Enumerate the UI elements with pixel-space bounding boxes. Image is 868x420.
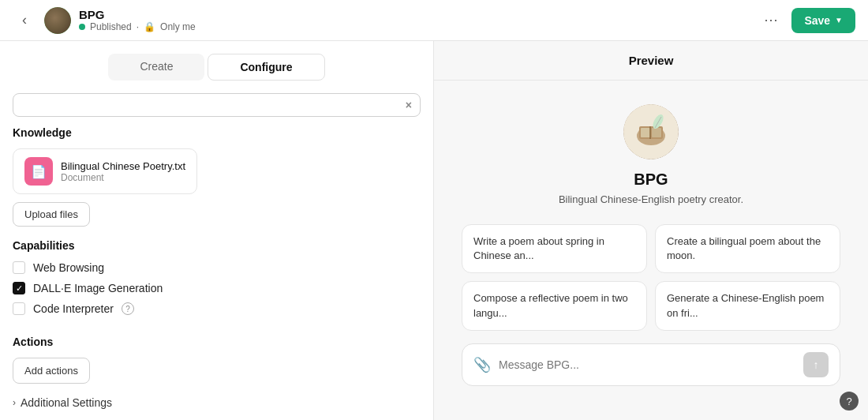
additional-settings[interactable]: › Additional Settings — [0, 396, 433, 420]
bot-desc: Bilingual Chinese-English poetry creator… — [559, 193, 743, 205]
actions-section: Actions Add actions — [0, 336, 433, 396]
save-chevron: ▼ — [835, 16, 843, 24]
save-label: Save — [804, 14, 830, 27]
bot-name: BPG — [634, 171, 668, 189]
file-icon: 📄 — [24, 157, 53, 186]
capability-dalle: DALL·E Image Generation — [13, 282, 421, 294]
avatar — [44, 7, 71, 34]
back-button[interactable]: ‹ — [13, 9, 36, 32]
chat-input[interactable] — [499, 358, 795, 371]
code-interpreter-checkbox[interactable] — [13, 302, 25, 315]
dalle-checkbox[interactable] — [13, 282, 25, 294]
search-input[interactable] — [21, 99, 406, 111]
capabilities-section: Capabilities Web Browsing DALL·E Image G… — [0, 239, 433, 336]
top-nav: ‹ BPG Published · 🔒 Only me ··· Save ▼ — [0, 0, 868, 41]
nav-right: ··· Save ▼ — [758, 8, 855, 33]
chevron-right-icon: › — [13, 397, 16, 408]
attach-icon[interactable]: 📎 — [473, 356, 491, 373]
preview-content: BPG Bilingual Chinese-English poetry cre… — [434, 81, 868, 420]
search-clear-button[interactable]: × — [406, 99, 412, 111]
main-content: Create Configure × Knowledge 📄 Bilingual… — [0, 41, 868, 420]
bot-avatar-image — [623, 104, 679, 159]
svg-rect-3 — [641, 128, 650, 137]
suggestion-card-0[interactable]: Write a poem about spring in Chinese an.… — [462, 224, 647, 273]
preview-header: Preview — [434, 41, 868, 81]
knowledge-file-item[interactable]: 📄 Bilingual Chinese Poetry.txt Document — [13, 148, 197, 194]
tab-create[interactable]: Create — [108, 54, 204, 81]
status-published: Published — [90, 21, 132, 32]
search-bar: × — [13, 93, 421, 117]
status-separator: · — [137, 21, 139, 32]
chat-input-area: 📎 ↑ — [462, 343, 840, 386]
knowledge-title: Knowledge — [13, 126, 421, 139]
save-button[interactable]: Save ▼ — [791, 8, 855, 33]
add-actions-button[interactable]: Add actions — [13, 358, 90, 384]
code-interpreter-help-icon[interactable]: ? — [122, 302, 134, 315]
nav-info: BPG Published · 🔒 Only me — [79, 8, 196, 32]
nav-status: Published · 🔒 Only me — [79, 21, 196, 32]
dalle-label: DALL·E Image Generation — [33, 282, 163, 294]
status-privacy: Only me — [160, 21, 196, 32]
file-type: Document — [61, 172, 185, 183]
file-name: Bilingual Chinese Poetry.txt — [61, 160, 185, 172]
svg-rect-4 — [652, 128, 661, 137]
suggestion-card-3[interactable]: Generate a Chinese-English poem on fri..… — [655, 281, 840, 330]
bot-avatar — [623, 104, 679, 159]
code-interpreter-label: Code Interpreter — [33, 302, 114, 315]
actions-title: Actions — [13, 336, 421, 348]
app-name: BPG — [79, 8, 196, 21]
file-info: Bilingual Chinese Poetry.txt Document — [61, 160, 185, 183]
left-panel: Create Configure × Knowledge 📄 Bilingual… — [0, 41, 434, 420]
tab-configure[interactable]: Configure — [208, 54, 324, 81]
right-panel: Preview — [434, 41, 868, 420]
capability-code-interpreter: Code Interpreter ? — [13, 302, 421, 315]
knowledge-section: Knowledge 📄 Bilingual Chinese Poetry.txt… — [0, 126, 433, 239]
web-browsing-checkbox[interactable] — [13, 261, 25, 274]
suggestion-card-2[interactable]: Compose a reflective poem in two langu..… — [462, 281, 647, 330]
tabs: Create Configure — [0, 41, 433, 81]
capability-web-browsing: Web Browsing — [13, 261, 421, 274]
lock-icon: 🔒 — [144, 21, 155, 32]
suggestion-grid: Write a poem about spring in Chinese an.… — [462, 224, 840, 331]
suggestion-card-1[interactable]: Create a bilingual poem about the moon. — [655, 224, 840, 273]
web-browsing-label: Web Browsing — [33, 261, 104, 274]
help-badge[interactable]: ? — [840, 392, 859, 411]
send-button[interactable]: ↑ — [803, 352, 829, 377]
more-options-button[interactable]: ··· — [758, 8, 784, 33]
capabilities-title: Capabilities — [13, 239, 421, 252]
upload-files-button[interactable]: Upload files — [13, 202, 90, 227]
status-dot — [79, 24, 85, 30]
additional-settings-label: Additional Settings — [21, 396, 112, 409]
